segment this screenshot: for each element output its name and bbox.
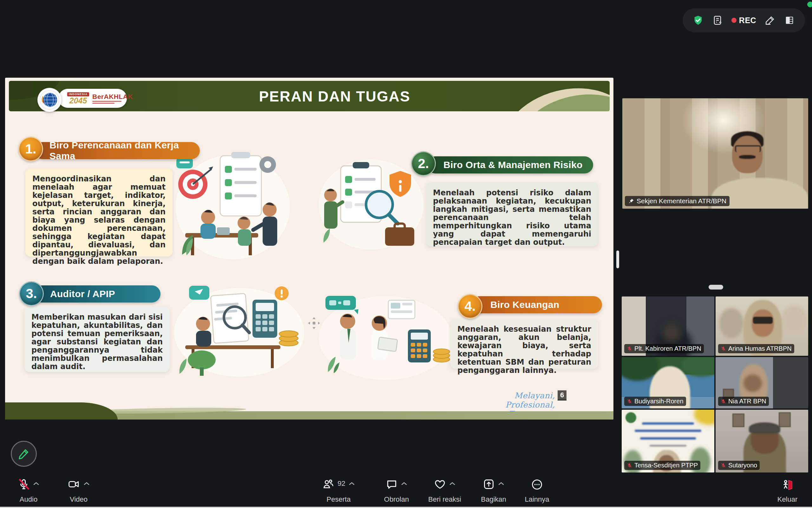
participant-name: Nia ATR BPN	[728, 398, 766, 405]
video-tile[interactable]: Sutaryono	[716, 410, 808, 472]
react-caret[interactable]	[449, 481, 455, 486]
participants-count: 92	[337, 479, 345, 488]
planning-illustration	[172, 150, 290, 260]
muted-mic-icon	[721, 463, 726, 468]
video-tile-pinned-speaker[interactable]: Sekjen Kementerian ATR/BPN	[622, 98, 808, 209]
shared-slide: PERAN DAN TUGAS INDONESIA 2045 BerAKHLAK…	[5, 78, 613, 420]
heart-icon	[434, 478, 446, 490]
participant-name: Arina Humas ATRBPN	[728, 345, 792, 352]
meeting-toolbar: Audio Video 92 Peserta Obrolan Beri reak…	[0, 476, 812, 508]
section-4-number: 4.	[458, 294, 482, 319]
react-label: Beri reaksi	[419, 495, 470, 504]
participants-caret[interactable]	[349, 481, 355, 486]
share-label: Bagikan	[471, 495, 516, 504]
leave-door-icon	[781, 478, 794, 491]
slide-page-number: 6	[558, 390, 567, 400]
leave-button[interactable]: Keluar	[768, 478, 807, 504]
video-camera-icon	[68, 478, 80, 490]
pinned-video-feed	[622, 98, 808, 209]
berakhlak-tagline-line1	[92, 101, 121, 102]
audit-illustration	[172, 283, 306, 378]
section-1-number: 1.	[18, 137, 43, 161]
muted-mic-icon	[18, 478, 30, 492]
participant-name-label: Nia ATR BPN	[718, 397, 769, 406]
participant-name: Tensa-Sesditjen PTPP	[635, 462, 698, 469]
panel-resize-handle[interactable]	[616, 251, 619, 268]
recording-indicator: REC	[731, 16, 756, 25]
more-ellipsis-icon	[531, 478, 543, 491]
year-2045-label: 2045	[70, 97, 87, 104]
more-label: Lainnya	[516, 495, 558, 504]
participant-name-label: Sutaryono	[718, 461, 760, 470]
section-3-title: Auditor / APIP	[34, 285, 161, 302]
section-2-number: 2.	[411, 151, 436, 176]
annotation-pencil-button[interactable]	[11, 441, 37, 467]
captions-transcript-icon[interactable]	[712, 15, 723, 26]
section-2-body: Menelaah potensi risiko dalam pelaksanaa…	[426, 182, 598, 246]
more-button[interactable]: Lainnya	[516, 478, 558, 504]
meeting-app-window: { "colors": { "background": "#15171b", "…	[0, 0, 812, 508]
chat-button[interactable]: Obrolan	[373, 478, 420, 504]
chat-bubble-icon	[386, 478, 398, 490]
participant-name: Plt. Kabiroren ATR/BPN	[635, 345, 701, 352]
section-4-title: Biro Keuangan	[471, 296, 602, 313]
berakhlak-tagline-line2	[92, 103, 115, 104]
muted-mic-icon	[627, 463, 632, 468]
muted-mic-icon	[627, 346, 632, 351]
participant-name-label: Plt. Kabiroren ATR/BPN	[624, 344, 704, 353]
audio-label: Audio	[6, 495, 51, 504]
meeting-status-bar: REC	[683, 8, 805, 32]
ministry-logo	[37, 88, 62, 112]
berakhlak-badge: BerAKHLAK	[92, 93, 133, 104]
section-3-number: 3.	[19, 281, 44, 306]
finance-illustration	[317, 292, 454, 381]
section-3-body: Memberikan masukan dari sisi kepatuhan, …	[25, 307, 170, 372]
section-1-title: Biro Perencanaan dan Kerja Sama	[34, 142, 200, 159]
video-options-caret[interactable]	[83, 481, 90, 486]
video-tile[interactable]: Tensa-Sesditjen PTPP	[622, 410, 714, 472]
audio-options-caret[interactable]	[33, 481, 39, 486]
muted-mic-icon	[627, 398, 632, 404]
section-4-body: Menelaah kesesuaian struktur anggaran, a…	[450, 319, 598, 369]
panel-collapse-handle[interactable]	[708, 285, 723, 290]
indonesia-label: INDONESIA	[67, 92, 89, 96]
participants-button[interactable]: 92 Peserta	[316, 478, 362, 504]
berakhlak-label: BerAKHLAK	[92, 93, 133, 100]
pinned-participant-name: Sekjen Kementerian ATR/BPN	[637, 197, 726, 205]
rec-label: REC	[739, 16, 756, 25]
participant-name-label: Tensa-Sesditjen PTPP	[624, 461, 700, 470]
indonesia-2045-badge: INDONESIA 2045	[67, 92, 89, 104]
slide-bottom-wedge	[5, 403, 118, 420]
video-tile[interactable]: Nia ATR BPN	[716, 357, 808, 409]
react-button[interactable]: Beri reaksi	[419, 478, 470, 504]
rec-red-dot-icon	[731, 18, 736, 23]
participants-label: Peserta	[316, 495, 362, 504]
participant-name-label: Sekjen Kementerian ATR/BPN	[625, 196, 730, 206]
share-button[interactable]: Bagikan	[471, 478, 516, 504]
pencil-icon	[17, 448, 30, 460]
video-label: Video	[56, 495, 101, 504]
share-caret[interactable]	[498, 481, 504, 486]
view-layout-icon[interactable]	[784, 15, 795, 26]
camera-active-dot-icon	[807, 2, 812, 7]
participants-icon	[322, 478, 334, 490]
slide-logo-badges: INDONESIA 2045 BerAKHLAK	[58, 89, 127, 108]
participant-name: Budiyarsih-Roren	[635, 398, 684, 405]
video-tile[interactable]: Arina Humas ATRBPN	[716, 296, 808, 356]
audio-button[interactable]: Audio	[6, 478, 51, 504]
section-2-title: Biro Orta & Manajemen Risiko	[427, 156, 593, 173]
participant-name-label: Budiyarsih-Roren	[624, 397, 686, 406]
section-1-body: Mengoordinasikan dan menelaah agar memua…	[26, 168, 172, 257]
video-button[interactable]: Video	[56, 478, 101, 504]
participant-name-label: Arina Humas ATRBPN	[718, 344, 794, 353]
leave-label: Keluar	[768, 495, 807, 504]
participant-name: Sutaryono	[728, 462, 757, 469]
video-tile[interactable]: Budiyarsih-Roren	[622, 357, 714, 409]
muted-mic-icon	[721, 346, 726, 351]
video-tile[interactable]: Plt. Kabiroren ATR/BPN	[622, 296, 714, 356]
security-shield-icon[interactable]	[693, 15, 703, 26]
chat-caret[interactable]	[401, 481, 407, 486]
chat-label: Obrolan	[373, 495, 420, 504]
pin-icon	[628, 198, 635, 204]
annotate-pen-icon[interactable]	[765, 15, 775, 26]
